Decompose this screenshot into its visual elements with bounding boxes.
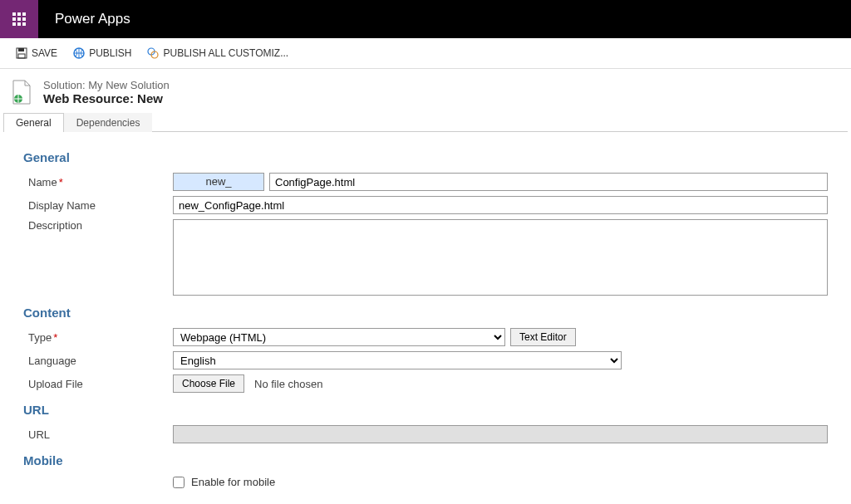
publish-all-button[interactable]: PUBLISH ALL CUSTOMIZ... xyxy=(146,46,288,60)
page-header: Solution: My New Solution Web Resource: … xyxy=(0,69,851,112)
upload-file-label: Upload File xyxy=(23,378,173,390)
enable-mobile-label: Enable for mobile xyxy=(191,476,275,488)
save-button[interactable]: SAVE xyxy=(15,46,57,60)
solution-label: Solution: My New Solution xyxy=(43,79,170,91)
url-label: URL xyxy=(23,428,173,441)
tab-strip: General Dependencies xyxy=(3,112,848,132)
publish-icon xyxy=(72,46,86,60)
tab-general[interactable]: General xyxy=(3,113,64,132)
name-input[interactable] xyxy=(269,173,828,191)
section-url-title: URL xyxy=(23,403,828,417)
svg-rect-1 xyxy=(18,48,24,51)
app-title: Power Apps xyxy=(55,11,130,27)
type-select[interactable]: Webpage (HTML) xyxy=(173,328,505,346)
language-label: Language xyxy=(23,355,173,367)
enable-mobile-checkbox[interactable] xyxy=(173,477,184,488)
display-name-label: Display Name xyxy=(23,199,173,212)
url-readonly xyxy=(173,425,828,443)
text-editor-button[interactable]: Text Editor xyxy=(510,328,576,346)
app-launcher-button[interactable] xyxy=(0,0,38,38)
save-icon xyxy=(15,46,28,60)
name-prefix: new_ xyxy=(173,173,264,191)
section-mobile-title: Mobile xyxy=(23,453,828,467)
display-name-input[interactable] xyxy=(173,196,828,214)
command-bar: SAVE PUBLISH PUBLISH ALL CUSTOMIZ... xyxy=(0,38,851,69)
publish-all-label: PUBLISH ALL CUSTOMIZ... xyxy=(163,47,288,59)
publish-label: PUBLISH xyxy=(89,47,131,59)
description-label: Description xyxy=(23,219,173,232)
section-content-title: Content xyxy=(23,306,828,320)
publish-button[interactable]: PUBLISH xyxy=(72,46,131,60)
form-general: General Name* new_ Display Name Descript… xyxy=(0,132,851,504)
language-select[interactable]: English xyxy=(173,351,622,369)
name-label: Name* xyxy=(23,176,173,188)
save-label: SAVE xyxy=(32,47,57,59)
global-header: Power Apps xyxy=(0,0,851,38)
file-status: No file chosen xyxy=(254,378,322,390)
entity-title: Web Resource: New xyxy=(43,91,170,105)
publish-all-icon xyxy=(146,46,160,60)
enable-mobile-row[interactable]: Enable for mobile xyxy=(173,476,275,488)
web-resource-icon xyxy=(10,79,33,105)
type-label: Type* xyxy=(23,331,173,344)
description-input[interactable] xyxy=(173,219,828,296)
tab-dependencies[interactable]: Dependencies xyxy=(64,113,153,132)
svg-rect-2 xyxy=(18,54,25,58)
choose-file-button[interactable]: Choose File xyxy=(173,374,244,393)
section-general-title: General xyxy=(23,150,828,164)
waffle-icon xyxy=(12,12,26,26)
